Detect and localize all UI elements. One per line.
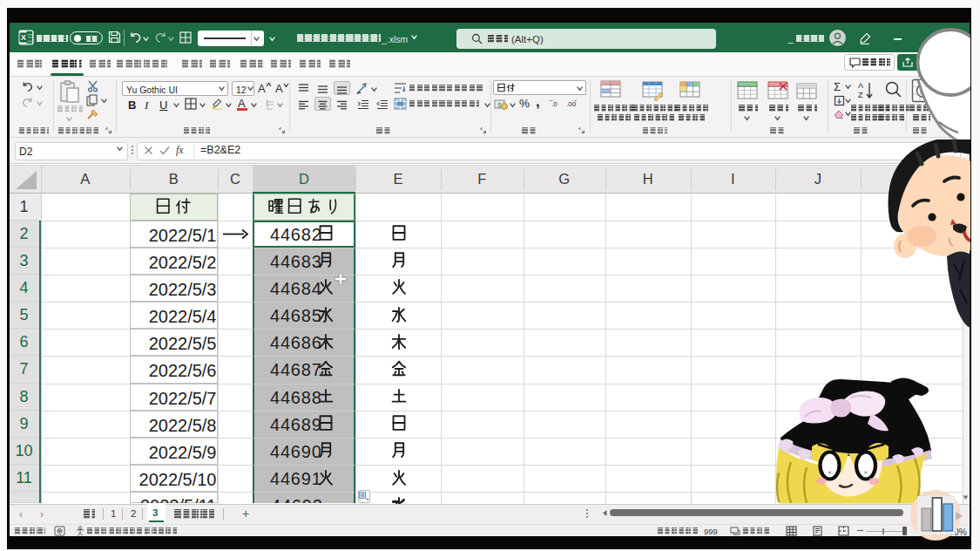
svg-text:A: A <box>858 81 863 90</box>
svg-text:Z: Z <box>858 91 863 99</box>
svg-text:X: X <box>21 32 27 42</box>
